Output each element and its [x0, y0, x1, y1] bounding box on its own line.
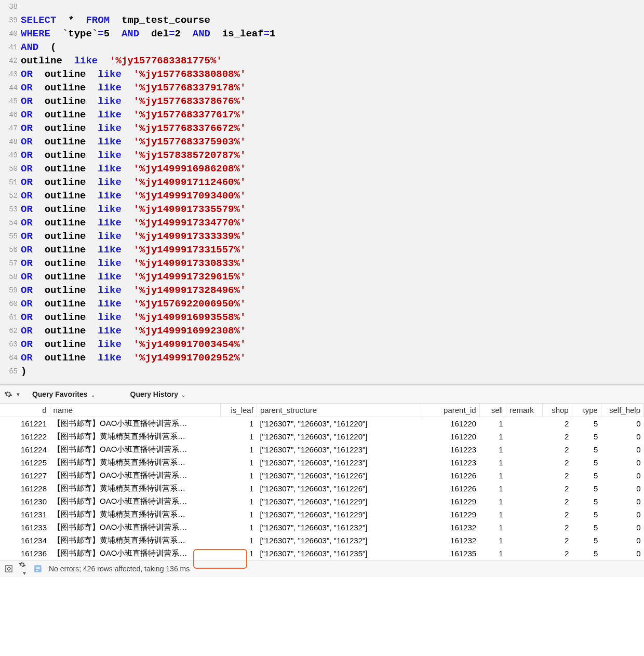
- cell[interactable]: 161225: [0, 456, 50, 469]
- code-line[interactable]: OR outline like '%jy1577683378676%': [21, 95, 246, 108]
- code-line[interactable]: OR outline like '%jy1499917334770%': [21, 216, 246, 230]
- column-header[interactable]: name: [50, 404, 220, 417]
- cell[interactable]: 1: [479, 534, 506, 547]
- cell[interactable]: ["126307", "126603", "161232"]: [257, 534, 421, 547]
- cell[interactable]: 161223: [421, 456, 479, 469]
- code-line[interactable]: OR outline like '%jy1577683380808%': [21, 68, 246, 81]
- cell[interactable]: 5: [572, 547, 601, 560]
- cell[interactable]: [506, 417, 543, 431]
- cell[interactable]: [506, 547, 543, 560]
- column-header[interactable]: self_help: [601, 404, 643, 417]
- cell[interactable]: 1: [479, 417, 506, 431]
- cell[interactable]: 【图书邮寄】OAO小班直播特训营系…: [50, 547, 220, 560]
- expand-icon[interactable]: [2, 565, 16, 572]
- cell[interactable]: 161233: [0, 521, 50, 534]
- cell[interactable]: 1: [220, 508, 257, 521]
- column-header[interactable]: sell: [479, 404, 506, 417]
- cell[interactable]: 0: [601, 534, 643, 547]
- cell[interactable]: 【图书邮寄】OAO小班直播特训营系…: [50, 469, 220, 482]
- cell[interactable]: 2: [543, 469, 572, 482]
- cell[interactable]: 2: [543, 521, 572, 534]
- cell[interactable]: 【图书邮寄】OAO小班直播特训营系…: [50, 417, 220, 431]
- cell[interactable]: 0: [601, 417, 643, 431]
- cell[interactable]: 0: [601, 547, 643, 560]
- cell[interactable]: 【图书邮寄】OAO小班直播特训营系…: [50, 521, 220, 534]
- cell[interactable]: 161224: [0, 443, 50, 456]
- sql-editor[interactable]: 3839SELECT * FROM tmp_test_course40WHERE…: [0, 0, 644, 385]
- table-row[interactable]: 161227【图书邮寄】OAO小班直播特训营系…1["126307", "126…: [0, 469, 644, 482]
- table-row[interactable]: 161236【图书邮寄】OAO小班直播特训营系…1["126307", "126…: [0, 547, 644, 560]
- table-row[interactable]: 161221【图书邮寄】OAO小班直播特训营系…1["126307", "126…: [0, 417, 644, 431]
- cell[interactable]: 0: [601, 495, 643, 508]
- cell[interactable]: 【图书邮寄】黄埔精英直播特训营系…: [50, 430, 220, 443]
- cell[interactable]: 2: [543, 417, 572, 431]
- cell[interactable]: ["126307", "126603", "161226"]: [257, 469, 421, 482]
- cell[interactable]: [506, 495, 543, 508]
- code-line[interactable]: WHERE `type`=5 AND del=2 AND is_leaf=1: [21, 27, 275, 41]
- code-line[interactable]: OR outline like '%jy1499917093400%': [21, 189, 246, 203]
- cell[interactable]: 1: [220, 495, 257, 508]
- query-history-button[interactable]: Query History⌄: [123, 390, 193, 398]
- cell[interactable]: 5: [572, 469, 601, 482]
- cell[interactable]: 161229: [421, 508, 479, 521]
- cell[interactable]: 5: [572, 417, 601, 431]
- table-row[interactable]: 161234【图书邮寄】黄埔精英直播特训营系…1["126307", "1266…: [0, 534, 644, 547]
- cell[interactable]: 1: [479, 482, 506, 495]
- cell[interactable]: 161229: [421, 495, 479, 508]
- cell[interactable]: 【图书邮寄】OAO小班直播特训营系…: [50, 495, 220, 508]
- code-line[interactable]: OR outline like '%jy1499917003454%': [21, 338, 246, 351]
- cell[interactable]: 2: [543, 430, 572, 443]
- code-line[interactable]: OR outline like '%jy1499916992308%': [21, 324, 246, 338]
- cell[interactable]: 1: [220, 417, 257, 431]
- code-line[interactable]: OR outline like '%jy1499916993558%': [21, 311, 246, 324]
- cell[interactable]: 1: [220, 534, 257, 547]
- cell[interactable]: [506, 456, 543, 469]
- cell[interactable]: 【图书邮寄】黄埔精英直播特训营系…: [50, 456, 220, 469]
- cell[interactable]: 161228: [0, 482, 50, 495]
- cell[interactable]: ["126307", "126603", "161229"]: [257, 495, 421, 508]
- cell[interactable]: [506, 469, 543, 482]
- cell[interactable]: 1: [479, 521, 506, 534]
- code-line[interactable]: OR outline like '%jy1577683377617%': [21, 108, 246, 122]
- cell[interactable]: 【图书邮寄】OAO小班直播特训营系…: [50, 443, 220, 456]
- cell[interactable]: 161232: [421, 534, 479, 547]
- cell[interactable]: [506, 482, 543, 495]
- cell[interactable]: 【图书邮寄】黄埔精英直播特训营系…: [50, 534, 220, 547]
- cell[interactable]: 161234: [0, 534, 50, 547]
- code-line[interactable]: OR outline like '%jy1578385720787%': [21, 149, 246, 162]
- cell[interactable]: 0: [601, 482, 643, 495]
- cell[interactable]: 5: [572, 430, 601, 443]
- cell[interactable]: [506, 534, 543, 547]
- cell[interactable]: 5: [572, 443, 601, 456]
- code-line[interactable]: OR outline like '%jy1499917331557%': [21, 243, 246, 257]
- code-line[interactable]: OR outline like '%jy1499917335579%': [21, 203, 246, 216]
- cell[interactable]: ["126307", "126603", "161220"]: [257, 417, 421, 431]
- cell[interactable]: 161232: [421, 521, 479, 534]
- cell[interactable]: 0: [601, 456, 643, 469]
- cell[interactable]: 161220: [421, 417, 479, 431]
- cell[interactable]: 161230: [0, 495, 50, 508]
- cell[interactable]: ["126307", "126603", "161223"]: [257, 443, 421, 456]
- cell[interactable]: 1: [479, 495, 506, 508]
- cell[interactable]: [506, 430, 543, 443]
- cell[interactable]: 161235: [421, 547, 479, 560]
- cell[interactable]: 1: [220, 521, 257, 534]
- cell[interactable]: 5: [572, 521, 601, 534]
- cell[interactable]: 1: [479, 508, 506, 521]
- code-line[interactable]: SELECT * FROM tmp_test_course: [21, 14, 210, 27]
- cell[interactable]: ["126307", "126603", "161229"]: [257, 508, 421, 521]
- cell[interactable]: 1: [479, 456, 506, 469]
- column-header[interactable]: remark: [506, 404, 543, 417]
- cell[interactable]: [506, 443, 543, 456]
- cell[interactable]: ["126307", "126603", "161223"]: [257, 456, 421, 469]
- code-line[interactable]: OR outline like '%jy1576922006950%': [21, 297, 246, 311]
- code-line[interactable]: outline like '%jy1577683381775%': [21, 54, 222, 68]
- column-header[interactable]: is_leaf: [220, 404, 257, 417]
- cell[interactable]: 161221: [0, 417, 50, 431]
- cell[interactable]: 1: [479, 469, 506, 482]
- code-line[interactable]: OR outline like '%jy1499917328496%': [21, 284, 246, 297]
- cell[interactable]: 5: [572, 495, 601, 508]
- query-favorites-button[interactable]: Query Favorites⌄: [25, 390, 102, 398]
- cell[interactable]: 161227: [0, 469, 50, 482]
- cell[interactable]: 1: [220, 482, 257, 495]
